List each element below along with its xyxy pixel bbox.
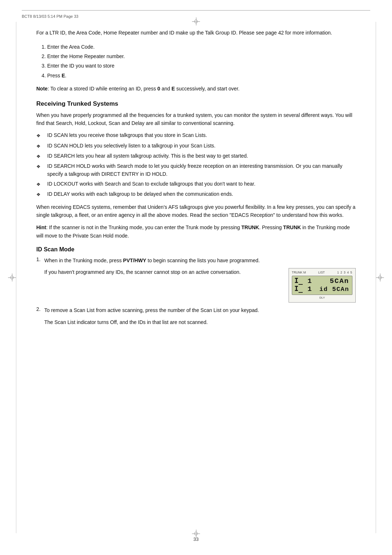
step-num-2: 2.: [36, 306, 44, 312]
step-2: Enter the Home Repeater number.: [47, 52, 356, 60]
bullet-text-1: ID SCAN lets you receive those talkgroup…: [47, 131, 356, 139]
step1-inner: If you haven't programmed any IDs, the s…: [36, 268, 356, 303]
lcd-display: TRUNK MLIST1 2 3 4 5 I̲ 1 5CAn I̲ 1 id 5…: [289, 268, 356, 303]
bullet-item-3: ❖ ID SEARCH lets you hear all system tal…: [36, 152, 356, 160]
section1-intro: When you have properly programmed all th…: [36, 111, 356, 127]
intro-paragraph: For a LTR ID, the Area Code, Home Repeat…: [36, 29, 356, 37]
page-number: 33: [193, 536, 199, 542]
hint-block: Hint: If the scanner is not in the Trunk…: [36, 223, 356, 240]
step1-content: When in the Trunking mode, press PVT/HWY…: [44, 256, 356, 264]
bullet-item-4: ❖ ID SEARCH HOLD works with Search mode …: [36, 162, 356, 178]
page: BCT8 8/13/03 5:14 PM Page 33 For a LTR I…: [0, 0, 392, 555]
step-3: Enter the ID you want to store: [47, 62, 356, 70]
bullet-diamond-6: ❖: [36, 190, 47, 198]
bullet-text-6: ID DELAY works with each talkgroup to be…: [47, 190, 356, 198]
step1-sub-text: If you haven't programmed any IDs, the s…: [44, 268, 289, 276]
main-content: For a LTR ID, the Area Code, Home Repeat…: [36, 29, 356, 526]
step-4: Press E.: [47, 72, 356, 80]
bullet-diamond-2: ❖: [36, 142, 47, 150]
hint-label: Hint: [36, 224, 46, 230]
step1-sub-para: If you haven't programmed any IDs, the s…: [44, 268, 281, 276]
step2-final: The Scan List indicator turns Off, and t…: [36, 318, 356, 326]
step1-text: When in the Trunking mode, press PVT/HWY…: [44, 256, 356, 264]
note-block: Note: To clear a stored ID while enterin…: [36, 85, 356, 93]
section2-heading: ID Scan Mode: [36, 246, 356, 253]
intro-steps: Enter the Area Code. Enter the Home Repe…: [44, 43, 356, 80]
scan-step-2: 2. To remove a Scan List from active sca…: [36, 306, 356, 314]
bullet-text-3: ID SEARCH lets you hear all system talkg…: [47, 152, 356, 160]
bullet-diamond-1: ❖: [36, 131, 47, 139]
bullet-diamond-4: ❖: [36, 162, 47, 170]
note-label: Note: [36, 86, 48, 92]
step-num-1: 1.: [36, 256, 44, 262]
section1-para2: When receiving EDACS systems, remember t…: [36, 203, 356, 219]
border-left: [16, 22, 16, 533]
note-text: : To clear a stored ID while entering an…: [48, 86, 240, 92]
bullet-item-2: ❖ ID SCAN HOLD lets you selectively list…: [36, 142, 356, 150]
section1-heading: Receiving Trunked Systems: [36, 100, 356, 108]
bullet-item-1: ❖ ID SCAN lets you receive those talkgro…: [36, 131, 356, 139]
bullet-item-5: ❖ ID LOCKOUT works with Search and Scan …: [36, 180, 356, 188]
bullet-list: ❖ ID SCAN lets you receive those talkgro…: [36, 131, 356, 198]
bullet-text-5: ID LOCKOUT works with Search and Scan to…: [47, 180, 356, 188]
bullet-text-2: ID SCAN HOLD lets you selectively listen…: [47, 142, 356, 150]
scan-step-1: 1. When in the Trunking mode, press PVT/…: [36, 256, 356, 264]
step2-text: To remove a Scan List from active scanni…: [44, 306, 356, 314]
crosshair-left: [8, 274, 16, 281]
bullet-diamond-5: ❖: [36, 180, 47, 188]
hint-text: : If the scanner is not in the Trunking …: [36, 224, 350, 238]
bullet-text-4: ID SEARCH HOLD works with Search mode to…: [47, 162, 356, 178]
bullet-item-6: ❖ ID DELAY works with each talkgroup to …: [36, 190, 356, 198]
crosshair-top: [192, 17, 200, 25]
step-1: Enter the Area Code.: [47, 43, 356, 51]
step2-content: To remove a Scan List from active scanni…: [44, 306, 356, 314]
bullet-diamond-3: ❖: [36, 152, 47, 160]
crosshair-right: [376, 274, 384, 281]
header-text: BCT8 8/13/03 5:14 PM Page 33: [22, 13, 78, 19]
